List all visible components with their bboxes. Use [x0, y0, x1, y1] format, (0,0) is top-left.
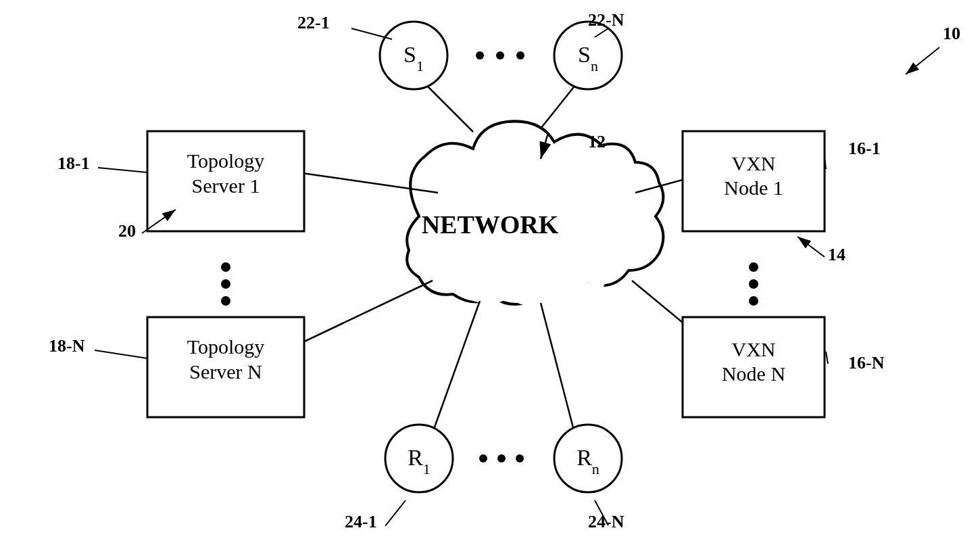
svg-text:10: 10: [943, 24, 960, 43]
svg-line-8: [541, 303, 574, 433]
svg-text:16-1: 16-1: [848, 139, 881, 158]
svg-point-43: [221, 296, 230, 306]
svg-text:16-N: 16-N: [848, 353, 885, 373]
svg-point-40: [516, 454, 524, 462]
network-diagram: NETWORK: [0, 0, 980, 547]
svg-text:VXN: VXN: [732, 152, 776, 174]
svg-line-2: [297, 281, 433, 345]
svg-point-31: [476, 51, 484, 60]
svg-text:14: 14: [828, 245, 846, 264]
svg-point-42: [221, 279, 230, 289]
svg-point-38: [479, 454, 487, 462]
svg-point-33: [516, 51, 524, 60]
svg-line-48: [351, 28, 392, 39]
svg-line-55: [98, 168, 147, 172]
svg-point-46: [749, 296, 758, 306]
svg-text:18-1: 18-1: [57, 153, 90, 173]
svg-text:Topology: Topology: [187, 149, 265, 172]
svg-text:22-1: 22-1: [297, 13, 330, 32]
svg-point-39: [497, 454, 506, 462]
svg-text:Node 1: Node 1: [724, 176, 783, 199]
svg-text:NETWORK: NETWORK: [422, 210, 559, 239]
svg-point-41: [221, 262, 230, 272]
svg-text:Topology: Topology: [187, 335, 265, 358]
svg-line-65: [385, 500, 406, 526]
svg-text:22-N: 22-N: [588, 10, 624, 30]
svg-point-44: [749, 262, 758, 272]
svg-point-32: [496, 51, 504, 60]
svg-line-13: [798, 237, 825, 257]
svg-text:24-1: 24-1: [345, 512, 377, 531]
svg-line-61: [826, 352, 828, 364]
svg-text:VXN: VXN: [732, 338, 776, 360]
svg-text:20: 20: [118, 221, 136, 241]
svg-text:18-N: 18-N: [49, 336, 85, 356]
svg-text:Server 1: Server 1: [192, 174, 260, 197]
svg-text:Server N: Server N: [189, 360, 262, 383]
svg-line-7: [433, 301, 480, 433]
svg-text:Node N: Node N: [722, 362, 785, 385]
svg-line-14: [906, 47, 939, 74]
network-cloud: NETWORK: [407, 121, 663, 305]
svg-point-45: [749, 279, 758, 289]
svg-text:12: 12: [588, 132, 606, 151]
svg-line-57: [95, 350, 147, 358]
